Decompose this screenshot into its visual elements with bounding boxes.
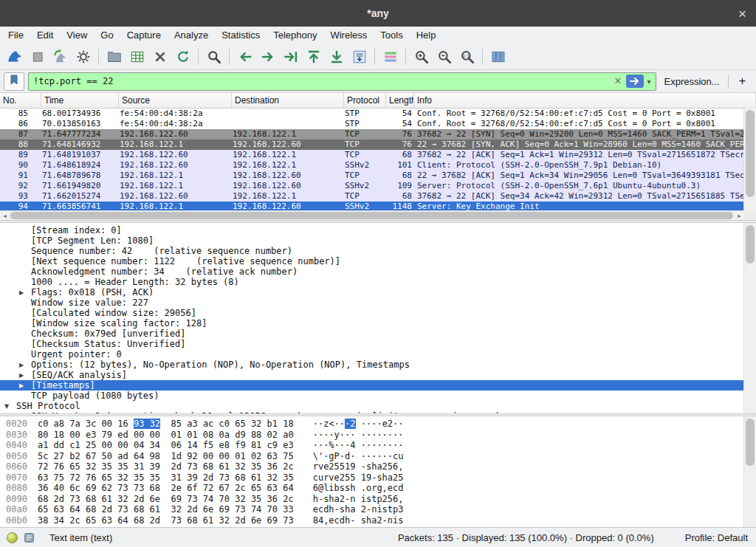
close-capture-button[interactable] (148, 46, 171, 67)
menu-statistics[interactable]: Statistics (215, 28, 267, 42)
menu-wireless[interactable]: Wireless (323, 28, 374, 42)
packet-row-87[interactable]: 8771.647777234192.168.122.60192.168.122.… (0, 129, 744, 140)
detail-line[interactable]: Urgent pointer: 0 (0, 349, 756, 359)
window-close-icon[interactable]: × (738, 7, 746, 21)
start-capture-button[interactable] (3, 46, 26, 67)
hex-vscrollbar[interactable] (743, 416, 756, 527)
hex-row-0030[interactable]: 003080 18 00 e3 79 ed 00 00 01 01 08 0a … (0, 430, 756, 441)
menu-go[interactable]: Go (94, 28, 120, 42)
filter-bookmark-button[interactable] (4, 72, 24, 91)
hex-row-0040[interactable]: 0040a1 dd c1 25 00 00 04 34 06 14 f5 e8 … (0, 440, 756, 451)
packet-list-hscrollbar[interactable]: ◄ ► (0, 210, 744, 220)
reload-capture-button[interactable] (171, 46, 194, 67)
go-back-button[interactable] (233, 46, 256, 67)
detail-line[interactable]: Sequence number: 42 (relative sequence n… (0, 246, 756, 256)
zoom-in-button[interactable] (410, 46, 433, 67)
detail-line[interactable]: [Stream index: 0] (0, 225, 756, 235)
packet-row-88[interactable]: 8871.648146932192.168.122.1192.168.122.6… (0, 140, 744, 150)
column-header-destination[interactable]: Destination (232, 93, 344, 108)
scroll-right-icon[interactable]: ► (735, 213, 744, 219)
detail-line[interactable]: ▶[Timestamps] (0, 380, 744, 391)
hex-row-0050[interactable]: 00505c 27 b2 67 50 ad 64 98 1d 92 00 00 … (0, 451, 756, 462)
hex-row-0020[interactable]: 0020c0 a8 7a 3c 00 16 93 32 85 a3 ac c0 … (0, 419, 756, 430)
menu-help[interactable]: Help (410, 28, 443, 42)
capture-options-button[interactable] (72, 46, 94, 67)
filter-add-button[interactable]: + (732, 75, 752, 88)
hex-row-0080[interactable]: 008036 40 6c 69 62 73 73 68 2e 6f 72 67 … (0, 483, 756, 494)
scrollbar-thumb[interactable] (746, 419, 755, 466)
hex-row-0090[interactable]: 009068 2d 73 68 61 32 2d 6e 69 73 74 70 … (0, 494, 756, 505)
detail-line[interactable]: Window size value: 227 (0, 297, 756, 308)
hex-row-00b0[interactable]: 00b038 34 2c 65 63 64 68 2d 73 68 61 32 … (0, 515, 756, 526)
scrollbar-thumb[interactable] (746, 225, 755, 264)
collapsed-arrow-icon[interactable]: ▶ (19, 359, 31, 370)
collapsed-arrow-icon[interactable]: ▶ (19, 370, 31, 380)
menu-analyze[interactable]: Analyze (168, 28, 215, 42)
zoom-original-button[interactable]: 1:1 (456, 46, 478, 67)
status-profile-button[interactable]: Profile: Default (685, 532, 748, 543)
detail-line[interactable]: ▶[SEQ/ACK analysis] (0, 370, 756, 380)
details-vscrollbar[interactable] (743, 223, 756, 413)
scrollbar-track[interactable] (10, 211, 735, 220)
filter-clear-icon[interactable]: × (611, 75, 625, 87)
menu-edit[interactable]: Edit (30, 28, 60, 42)
menu-telephony[interactable]: Telephony (267, 28, 323, 42)
open-capture-button[interactable] (103, 46, 126, 67)
menu-view[interactable]: View (60, 28, 94, 42)
detail-line[interactable]: ▼SSH Protocol (0, 401, 756, 411)
scroll-left-icon[interactable]: ◄ (0, 213, 10, 219)
hex-row-0060[interactable]: 006072 76 65 32 35 35 31 39 2d 73 68 61 … (0, 461, 756, 472)
find-packet-button[interactable] (202, 46, 225, 67)
filter-dropdown-icon[interactable]: ▾ (645, 78, 655, 86)
go-last-button[interactable] (325, 46, 348, 67)
detail-line[interactable]: [Calculated window size: 29056] (0, 308, 756, 318)
packet-row-89[interactable]: 8971.648191037192.168.122.60192.168.122.… (0, 150, 744, 160)
menu-capture[interactable]: Capture (120, 28, 168, 42)
go-first-button[interactable] (302, 46, 325, 67)
resize-columns-button[interactable] (487, 46, 509, 67)
scrollbar-thumb[interactable] (10, 212, 733, 219)
hex-row-0070[interactable]: 007063 75 72 76 65 32 35 35 31 39 2d 73 … (0, 472, 756, 484)
expanded-arrow-icon[interactable]: ▼ (4, 401, 16, 411)
column-header-source[interactable]: Source (119, 93, 232, 108)
detail-line[interactable]: Acknowledgment number: 34 (relative ack … (0, 266, 756, 277)
packet-row-92[interactable]: 9271.661949820192.168.122.1192.168.122.6… (0, 181, 744, 191)
collapsed-arrow-icon[interactable]: ▶ (19, 380, 31, 391)
column-header-info[interactable]: Info (414, 93, 756, 108)
detail-line[interactable]: ▶Flags: 0x018 (PSH, ACK) (0, 287, 756, 297)
detail-line[interactable]: ▶Options: (12 bytes), No-Operation (NOP)… (0, 359, 756, 370)
collapsed-arrow-icon[interactable]: ▶ (19, 287, 31, 297)
filter-apply-button[interactable] (626, 75, 644, 88)
colorize-packets-button[interactable] (379, 46, 402, 67)
packet-row-93[interactable]: 9371.662015274192.168.122.60192.168.122.… (0, 191, 744, 202)
scrollbar-thumb[interactable] (746, 110, 755, 197)
packet-row-85[interactable]: 8568.001734936fe:54:00:d4:38:2aSTP54Conf… (0, 109, 744, 119)
expression-button[interactable]: Expression... (660, 76, 724, 87)
detail-line[interactable]: 1000 .... = Header Length: 32 bytes (8) (0, 277, 756, 287)
packet-row-90[interactable]: 9071.648618924192.168.122.60192.168.122.… (0, 160, 744, 171)
detail-line[interactable]: [Checksum Status: Unverified] (0, 339, 756, 349)
collapsed-arrow-icon[interactable]: ▶ (19, 411, 31, 413)
column-header-time[interactable]: Time (41, 93, 119, 108)
go-to-packet-button[interactable] (279, 46, 302, 67)
menu-file[interactable]: File (1, 28, 30, 42)
detail-line[interactable]: [TCP Segment Len: 1080] (0, 235, 756, 246)
save-capture-button[interactable] (126, 46, 148, 67)
detail-line[interactable]: ▶SSH Version 2 (encryption:chacha20-poly… (0, 411, 756, 413)
column-header-no[interactable]: No. (0, 93, 41, 108)
detail-line[interactable]: [Window size scaling factor: 128] (0, 318, 756, 328)
packet-row-86[interactable]: 8670.013850163fe:54:00:d4:38:2aSTP54Conf… (0, 119, 744, 129)
expert-info-icon[interactable] (7, 532, 18, 543)
go-forward-button[interactable] (256, 46, 279, 67)
detail-line[interactable]: Checksum: 0x79ed [unverified] (0, 328, 756, 339)
column-header-protocol[interactable]: Protocol (344, 93, 386, 108)
zoom-out-button[interactable] (433, 46, 456, 67)
stop-capture-button[interactable] (26, 46, 49, 67)
title-bar[interactable]: *any × (0, 0, 756, 27)
packet-list-vscrollbar[interactable] (743, 108, 756, 211)
column-header-length[interactable]: Length (386, 93, 414, 108)
capture-comment-icon[interactable] (24, 532, 35, 543)
hex-row-00a0[interactable]: 00a065 63 64 68 2d 73 68 61 32 2d 6e 69 … (0, 504, 756, 515)
menu-tools[interactable]: Tools (374, 28, 409, 42)
detail-line[interactable]: [Next sequence number: 1122 (relative se… (0, 256, 756, 266)
